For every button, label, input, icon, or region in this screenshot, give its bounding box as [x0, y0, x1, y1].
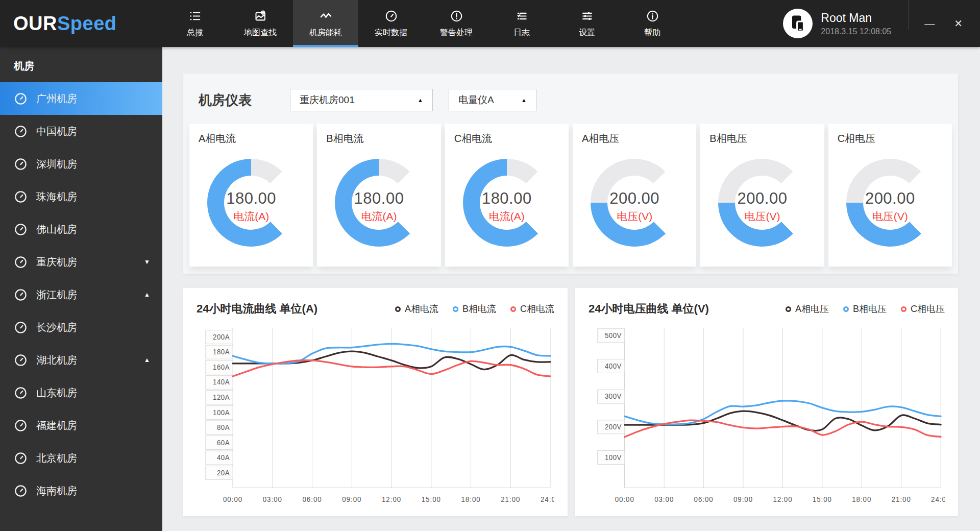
legend-marker-icon — [395, 306, 401, 312]
user-block[interactable]: Root Man 2018.3.15 12:08:05 — [783, 0, 891, 47]
sidebar-item[interactable]: 北京机房 — [0, 442, 162, 474]
legend-item[interactable]: C相电流 — [510, 303, 554, 315]
nav-item-logs[interactable]: 日志 — [489, 0, 554, 47]
alert-icon — [450, 9, 463, 23]
minimize-button[interactable]: — — [924, 18, 935, 29]
sidebar-item[interactable]: 海南机房 — [0, 474, 162, 507]
nav-item-help[interactable]: 帮助 — [620, 0, 685, 47]
app-logo: OURSpeed — [0, 0, 162, 47]
nav-item-alerts[interactable]: 警告处理 — [424, 0, 489, 47]
sidebar-item[interactable]: 广州机房 — [0, 82, 162, 115]
legend-marker-icon — [901, 306, 906, 312]
gauge-icon — [14, 451, 28, 465]
svg-text:00:00: 00:00 — [223, 495, 242, 503]
svg-text:09:00: 09:00 — [342, 495, 361, 503]
chevron-up-icon[interactable]: ▲ — [144, 356, 150, 364]
chevron-up-icon: ▲ — [418, 97, 423, 103]
sidebar-item[interactable]: 中国机房 — [0, 115, 162, 148]
gauge-value: 200.00 — [865, 189, 915, 208]
legend-item[interactable]: B相电流 — [453, 303, 496, 315]
legend-marker-icon — [786, 306, 791, 312]
legend-item[interactable]: C相电压 — [901, 303, 945, 315]
chart-title: 24小时电压曲线 单位(V) — [589, 301, 709, 317]
gauge-value: 200.00 — [738, 189, 788, 208]
sidebar-item[interactable]: 湖北机房 ▲ — [0, 344, 162, 376]
legend-item[interactable]: A相电流 — [395, 303, 438, 315]
nav-item-overview[interactable]: 总揽 — [162, 0, 228, 47]
gauge-icon — [14, 223, 28, 236]
legend-item[interactable]: A相电压 — [786, 303, 829, 315]
legend-item[interactable]: B相电压 — [843, 303, 887, 315]
meters-header: 机房仪表 重庆机房001 ▲ 电量仪A ▲ — [189, 87, 952, 124]
gauge-card: A相电流 180.00 电流(A) — [189, 124, 313, 267]
nav-item-label: 机房能耗 — [309, 28, 342, 38]
svg-text:160A: 160A — [213, 364, 230, 371]
gauge: 200.00 电压(V) — [591, 159, 678, 247]
gauge-card: B相电流 180.00 电流(A) — [317, 124, 440, 267]
gauge-card: B相电压 200.00 电压(V) — [700, 124, 824, 267]
sidebar-item[interactable]: 重庆机房 ▼ — [0, 246, 162, 278]
svg-text:21:00: 21:00 — [501, 495, 520, 503]
room-select[interactable]: 重庆机房001 ▲ — [290, 89, 433, 111]
sidebar-item[interactable]: 福建机房 — [0, 409, 162, 442]
svg-text:18:00: 18:00 — [461, 495, 480, 503]
svg-text:400V: 400V — [605, 362, 622, 370]
sidebar-item[interactable]: 山东机房 — [0, 376, 162, 409]
gauge-card-title: C相电流 — [454, 132, 559, 146]
sidebar-item[interactable]: 长沙机房 — [0, 311, 162, 344]
gauge-unit-label: 电压(V) — [744, 209, 780, 224]
logo-part-our: OUR — [13, 13, 57, 35]
close-button[interactable]: ✕ — [954, 18, 963, 29]
gauge-icon — [14, 484, 28, 498]
header-divider — [909, 0, 909, 30]
sidebar-item-label: 珠海机房 — [36, 190, 77, 204]
svg-text:09:00: 09:00 — [733, 495, 753, 503]
svg-text:03:00: 03:00 — [263, 495, 282, 503]
nav-item-label: 地图查找 — [244, 28, 277, 38]
nav-item-settings[interactable]: 设置 — [554, 0, 620, 47]
gauge-unit-label: 电压(V) — [872, 209, 908, 224]
nav-item-label: 帮助 — [644, 28, 660, 38]
nav-item-realtime[interactable]: 实时数据 — [358, 0, 424, 47]
legend-label: B相电压 — [853, 303, 887, 315]
sidebar-item[interactable]: 珠海机房 — [0, 180, 162, 213]
svg-text:100A: 100A — [213, 408, 230, 416]
svg-text:60A: 60A — [217, 439, 230, 446]
meters-title: 机房仪表 — [199, 91, 252, 109]
sidebar-item-label: 广州机房 — [36, 92, 77, 106]
sidebar-item[interactable]: 佛山机房 — [0, 213, 162, 246]
svg-text:40A: 40A — [217, 454, 230, 462]
sliders-icon — [580, 9, 594, 23]
current-chart-svg: 00:0003:0006:0009:0012:0015:0018:0021:00… — [197, 323, 554, 508]
chevron-up-icon: ▲ — [521, 97, 527, 103]
gauge-value: 180.00 — [482, 189, 532, 208]
main-content: 机房仪表 重庆机房001 ▲ 电量仪A ▲ A相电流 180.00 电流(A) … — [162, 47, 980, 531]
chart-legend: A相电流B相电流C相电流 — [395, 303, 554, 315]
chevron-up-icon[interactable]: ▲ — [144, 291, 150, 298]
sidebar-item-label: 深圳机房 — [36, 157, 77, 171]
voltage-chart-card: 24小时电压曲线 单位(V) A相电压B相电压C相电压 00:0003:0006… — [575, 288, 958, 516]
gauge-icon — [14, 288, 28, 302]
nav-item-energy[interactable]: 机房能耗 — [293, 0, 358, 47]
gauge-icon — [14, 157, 28, 171]
list-icon — [188, 9, 202, 23]
user-name: Root Man — [821, 11, 891, 25]
sidebar-item[interactable]: 浙江机房 ▲ — [0, 278, 162, 311]
user-meta: Root Man 2018.3.15 12:08:05 — [821, 11, 891, 36]
gauge-card-title: C相电压 — [838, 132, 943, 146]
meter-select[interactable]: 电量仪A ▲ — [449, 89, 536, 111]
nav-item-map[interactable]: 地图查找 — [228, 0, 293, 47]
chevron-down-icon[interactable]: ▼ — [144, 258, 150, 266]
info-icon — [646, 9, 659, 23]
legend-marker-icon — [453, 306, 458, 312]
gauge-card: C相电流 180.00 电流(A) — [445, 124, 569, 267]
sidebar-item-label: 中国机房 — [36, 125, 77, 138]
sidebar-item[interactable]: 深圳机房 — [0, 148, 162, 180]
nav-item-label: 实时数据 — [375, 28, 407, 38]
gauge-card: A相电压 200.00 电压(V) — [573, 124, 696, 267]
svg-text:200V: 200V — [605, 423, 622, 431]
svg-text:06:00: 06:00 — [302, 495, 322, 503]
svg-text:12:00: 12:00 — [773, 495, 792, 503]
gauge-value: 180.00 — [226, 189, 276, 208]
gauge-card: C相电压 200.00 电压(V) — [828, 124, 952, 267]
